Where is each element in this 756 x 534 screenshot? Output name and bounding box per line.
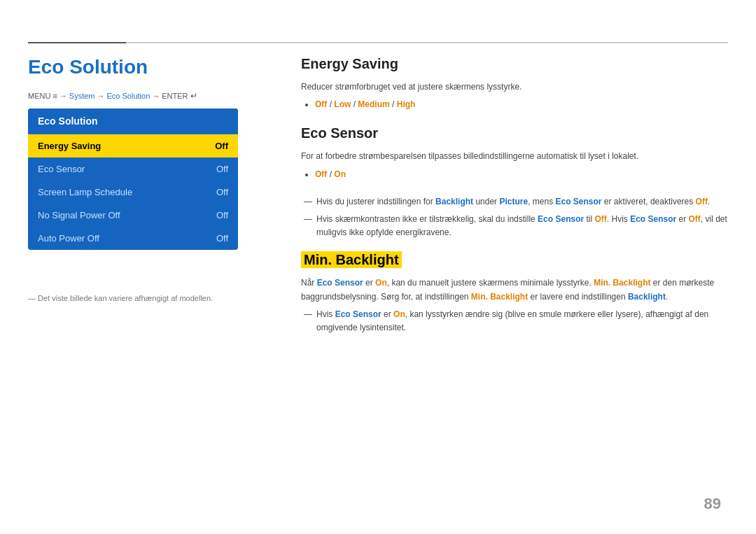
- eco-sensor-note-1-text: Hvis du justerer indstillingen for Backl…: [316, 195, 710, 209]
- breadcrumb-enter-icon: ↵: [190, 91, 197, 101]
- menu-item-eco-sensor-label: Eco Sensor: [38, 164, 85, 174]
- eco-menu: Eco Solution Energy Saving Off Eco Senso…: [28, 108, 238, 250]
- menu-item-auto-power-value: Off: [216, 233, 228, 244]
- menu-item-no-signal-value: Off: [216, 210, 228, 220]
- energy-saving-option: Off / Low / Medium / High: [315, 98, 728, 111]
- breadcrumb-arrow-2: →: [97, 92, 105, 100]
- breadcrumb-arrow-3: →: [152, 92, 160, 100]
- menu-item-eco-sensor-value: Off: [216, 164, 228, 174]
- eco-sensor-note-1: ― Hvis du justerer indstillingen for Bac…: [301, 195, 728, 209]
- menu-item-no-signal-label: No Signal Power Off: [38, 210, 120, 220]
- eco-sensor-note-2: ― Hvis skærmkontrasten ikke er tilstrækk…: [301, 213, 728, 239]
- eco-sensor-option: Off / On: [315, 168, 728, 181]
- menu-item-energy-saving[interactable]: Energy Saving Off: [28, 134, 238, 157]
- menu-item-no-signal[interactable]: No Signal Power Off Off: [28, 204, 238, 227]
- section-energy-saving: Energy Saving Reducer strømforbruget ved…: [301, 56, 728, 111]
- energy-saving-low: Low: [334, 99, 351, 109]
- breadcrumb-menu-icon: ≡: [52, 92, 57, 100]
- eco-sensor-note-2-text: Hvis skærmkontrasten ikke er tilstrækkel…: [316, 213, 728, 239]
- eco-sensor-options: Off / On: [301, 168, 728, 181]
- breadcrumb: MENU ≡ → System → Eco Solution → ENTER ↵: [28, 91, 197, 101]
- breadcrumb-menu: MENU: [28, 92, 50, 100]
- breadcrumb-system: System: [69, 92, 95, 100]
- energy-saving-title: Energy Saving: [301, 56, 728, 72]
- energy-saving-options: Off / Low / Medium / High: [301, 98, 728, 111]
- menu-item-energy-saving-value: Off: [215, 141, 228, 151]
- min-backlight-note-text: Hvis Eco Sensor er On, kan lysstyrken æn…: [316, 308, 728, 335]
- eco-sensor-on: On: [334, 169, 346, 179]
- right-panel: Energy Saving Reducer strømforbruget ved…: [301, 56, 728, 344]
- energy-saving-high: High: [397, 99, 416, 109]
- eco-sensor-off: Off: [315, 169, 327, 179]
- min-backlight-title: Min. Backlight: [301, 252, 728, 268]
- page-number: 89: [704, 495, 721, 513]
- menu-item-energy-saving-label: Energy Saving: [38, 141, 101, 151]
- top-line: [28, 42, 728, 43]
- menu-item-screen-lamp[interactable]: Screen Lamp Schedule Off: [28, 181, 238, 204]
- section-eco-sensor: Eco Sensor For at forbedre strømbesparel…: [301, 125, 728, 239]
- section-min-backlight: Min. Backlight Når Eco Sensor er On, kan…: [301, 252, 728, 335]
- menu-item-screen-lamp-value: Off: [216, 187, 228, 197]
- min-backlight-note: ― Hvis Eco Sensor er On, kan lysstyrken …: [301, 308, 728, 335]
- menu-item-auto-power-label: Auto Power Off: [38, 233, 99, 244]
- eco-sensor-desc: For at forbedre strømbesparelsen tilpass…: [301, 150, 728, 163]
- left-panel: Eco Solution Energy Saving Off Eco Senso…: [28, 108, 238, 250]
- energy-saving-desc: Reducer strømforbruget ved at justere sk…: [301, 80, 728, 94]
- dash-icon-3: ―: [304, 308, 312, 335]
- min-backlight-highlight: Min. Backlight: [301, 251, 402, 268]
- min-backlight-desc: Når Eco Sensor er On, kan du manuelt jus…: [301, 276, 728, 303]
- footnote: — Det viste billede kan variere afhængig…: [28, 294, 213, 302]
- energy-saving-separator3: /: [392, 99, 397, 109]
- dash-icon-1: ―: [304, 195, 312, 209]
- breadcrumb-eco-solution: Eco Solution: [107, 92, 150, 100]
- energy-saving-off: Off: [315, 99, 327, 109]
- eco-sensor-title: Eco Sensor: [301, 125, 728, 141]
- menu-item-screen-lamp-label: Screen Lamp Schedule: [38, 187, 132, 197]
- energy-saving-medium: Medium: [358, 99, 389, 109]
- top-line-accent: [28, 42, 126, 43]
- menu-item-auto-power[interactable]: Auto Power Off Off: [28, 227, 238, 250]
- page-title: Eco Solution: [28, 56, 148, 78]
- breadcrumb-enter: ENTER: [162, 92, 188, 100]
- dash-icon-2: ―: [304, 213, 312, 239]
- eco-menu-header: Eco Solution: [28, 108, 238, 134]
- menu-item-eco-sensor[interactable]: Eco Sensor Off: [28, 157, 238, 181]
- breadcrumb-arrow-1: →: [59, 92, 67, 100]
